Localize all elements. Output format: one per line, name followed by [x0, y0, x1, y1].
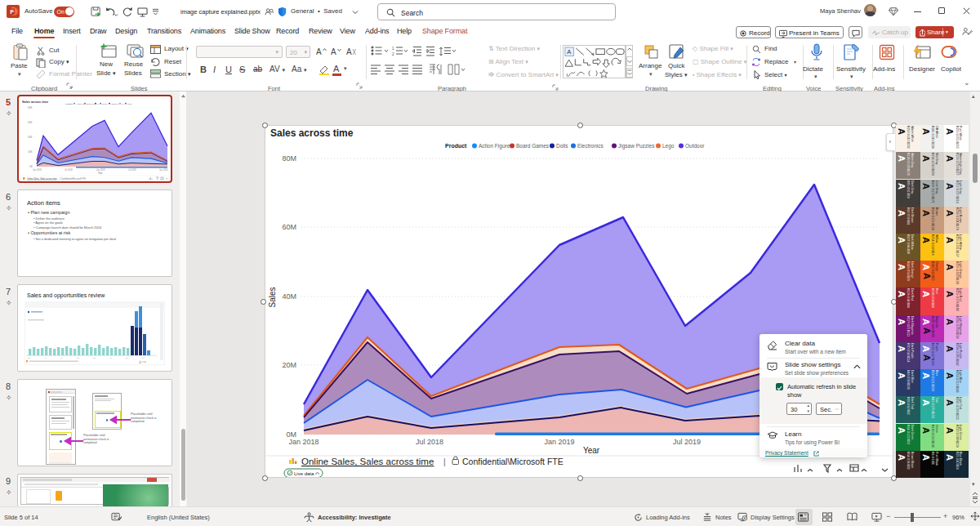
svg-text:A: A — [316, 47, 322, 56]
svg-text:|: | — [443, 457, 446, 466]
svg-text:Jul 2019: Jul 2019 — [673, 438, 701, 446]
svg-text:40M: 40M — [28, 136, 32, 139]
svg-text:Apr: Apr — [44, 357, 47, 359]
svg-text:Le..: Le.. — [122, 103, 125, 105]
svg-text:Jan 2018: Jan 2018 — [33, 168, 42, 172]
svg-text:Sales across time: Sales across time — [270, 127, 354, 139]
svg-text:Lego: Lego — [662, 143, 675, 149]
svg-text:Online Sales, Sales across tim: Online Sales, Sales across time — [301, 457, 434, 466]
svg-text:Jan 2019: Jan 2019 — [544, 438, 574, 446]
svg-text:D..: D.. — [97, 103, 100, 105]
svg-text:0M: 0M — [29, 165, 33, 168]
svg-text:P: P — [10, 9, 14, 15]
svg-text:60M: 60M — [282, 223, 296, 231]
svg-text:Product: Product — [445, 143, 467, 149]
svg-text:Product: Product — [65, 103, 73, 105]
svg-text:Jan 2020: Jan 2020 — [159, 168, 168, 172]
svg-text:40M: 40M — [282, 292, 296, 301]
svg-text:A: A — [331, 47, 336, 56]
svg-text:Jan: Jan — [28, 357, 30, 359]
svg-text:Oct: Oct — [142, 357, 145, 359]
svg-text:A: A — [346, 47, 352, 56]
svg-text:Outdoor: Outdoor — [685, 143, 705, 149]
svg-text:Live data: Live data — [294, 471, 314, 476]
svg-text:Board Games: Board Games — [516, 143, 550, 149]
svg-text:Oct: Oct — [77, 357, 80, 359]
svg-text:| Confidential\Microsoft FTE: | Confidential\Microsoft FTE — [60, 177, 86, 181]
svg-text:Board Ga..: Board Ga.. — [87, 103, 96, 105]
svg-text:Jan: Jan — [93, 357, 96, 359]
svg-text:80M: 80M — [282, 154, 296, 163]
svg-text:Jul 2018: Jul 2018 — [65, 168, 73, 172]
svg-text:2: 2 — [392, 52, 394, 56]
svg-text:1: 1 — [392, 47, 394, 51]
svg-text:Jul 2019: Jul 2019 — [128, 168, 136, 172]
svg-text:Year: Year — [583, 446, 600, 455]
svg-text:Sales: Sales — [268, 287, 277, 307]
svg-text:Jan 2019: Jan 2019 — [96, 168, 105, 172]
svg-text:📊 ▾ ⊞: 📊 ▾ ⊞ — [139, 360, 146, 363]
svg-text:Jul 2018: Jul 2018 — [416, 438, 443, 446]
svg-text:Electr..: Electr.. — [102, 103, 109, 105]
svg-text:Apr: Apr — [109, 357, 112, 359]
svg-text:Online Sales, Sales across tim: Online Sales, Sales across time — [27, 177, 57, 181]
svg-text:20M: 20M — [28, 150, 32, 154]
svg-text:Dolls: Dolls — [556, 143, 568, 149]
svg-text:Year: Year — [98, 172, 102, 175]
svg-text:Jigsaw P..: Jigsaw P.. — [111, 103, 120, 105]
svg-text:Sales across time: Sales across time — [22, 100, 48, 104]
svg-text:Confidential\Microsoft FTE: Confidential\Microsoft FTE — [462, 457, 564, 466]
svg-text:80M: 80M — [28, 106, 32, 109]
svg-text:Action Figure: Action Figure — [479, 143, 510, 149]
svg-text:Outd..: Outd.. — [127, 103, 133, 105]
svg-text:Jigsaw Puzzles: Jigsaw Puzzles — [618, 143, 655, 149]
svg-text:Jan 2018: Jan 2018 — [288, 438, 318, 446]
svg-text:60M: 60M — [28, 121, 32, 124]
svg-text:20M: 20M — [282, 361, 296, 369]
svg-text:Electronics: Electronics — [577, 143, 604, 149]
